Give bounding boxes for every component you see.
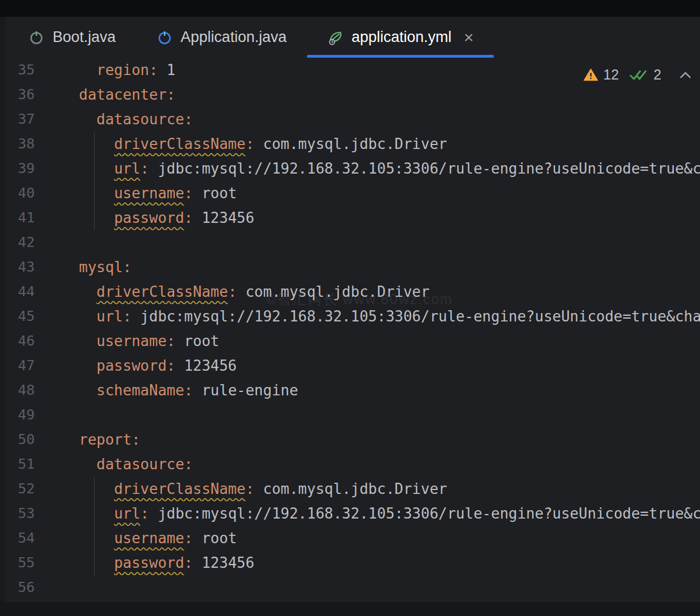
left-panel-edge [0,17,6,602]
ide-window: Boot.java Application.java applicati [0,0,700,616]
indent-guide [94,477,95,501]
chevron-up-icon[interactable] [679,70,692,80]
yaml-colon: : [141,160,150,177]
line-number: 36 [6,82,50,107]
yaml-key: password [114,209,184,226]
spring-boot-class-icon [28,29,45,46]
code-line[interactable]: 48 schemaName: rule-engine [6,378,700,403]
line-number: 50 [6,427,50,452]
yaml-colon: : [184,185,193,202]
yaml-value: root [175,333,219,349]
line-number: 56 [6,575,50,600]
yaml-value: 123456 [175,357,237,374]
line-text: report: [50,427,700,452]
line-number: 35 [6,58,50,82]
yaml-key: url [96,308,123,325]
line-text: username: root [50,329,700,353]
yaml-colon: : [228,283,237,300]
line-number: 43 [6,255,50,279]
yaml-colon: : [245,136,254,152]
code-line[interactable]: 47 password: 123456 [6,353,700,378]
line-text: datasource: [50,452,700,477]
line-text [50,575,700,600]
tab-application-yml[interactable]: application.yml × [307,17,494,58]
close-tab-icon[interactable]: × [464,29,474,46]
warning-triangle-icon[interactable] [584,68,598,81]
yaml-key: mysql [79,259,123,276]
indent-guide [94,156,95,181]
yaml-key: url [114,505,141,522]
yaml-colon: : [184,530,193,547]
yaml-colon: : [123,308,132,325]
tab-label: application.yml [352,29,452,46]
line-text: password: 123456 [50,550,700,575]
yaml-colon: : [184,382,193,399]
code-line[interactable]: 55 password: 123456 [6,550,700,575]
code-line[interactable]: 40 username: root [6,181,700,206]
yaml-colon: : [167,333,176,349]
yaml-key: url [114,160,141,177]
code-line[interactable]: 38 driverClassName: com.mysql.jdbc.Drive… [6,132,700,156]
line-text: password: 123456 [50,206,700,230]
spring-config-leaf-icon [327,29,344,46]
line-number: 47 [6,353,50,378]
code-line[interactable]: 39 url: jdbc:mysql://192.168.32.105:3306… [6,156,700,181]
code-line[interactable]: 45 url: jdbc:mysql://192.168.32.105:3306… [6,304,700,329]
tab-label: Boot.java [53,29,116,46]
inspection-widget[interactable]: 12 2 [584,67,692,83]
yaml-value: root [193,185,237,202]
indent-guide [94,181,95,206]
yaml-colon: : [149,62,158,78]
code-line[interactable]: 49 [6,403,700,427]
line-text: schemaName: rule-engine [50,378,700,403]
yaml-colon: : [167,86,176,103]
tab-application-java[interactable]: Application.java [136,17,307,58]
yaml-value: 1 [158,62,175,78]
code-line[interactable]: 46 username: root [6,329,700,353]
line-number: 49 [6,403,50,427]
code-line[interactable]: 43mysql: [6,255,700,279]
yaml-key: schemaName [96,382,184,399]
line-number: 51 [6,452,50,477]
yaml-value: 123456 [193,554,255,571]
window-titlebar [0,0,700,17]
yaml-colon: : [184,111,193,128]
code-line[interactable]: 54 username: root [6,526,700,550]
code-line[interactable]: 41 password: 123456 [6,206,700,230]
warning-count: 12 [603,67,619,83]
code-line[interactable]: 36datacenter: [6,82,700,107]
bottom-bar [0,602,700,616]
spring-application-class-icon [156,29,173,46]
line-number: 53 [6,501,50,526]
code-line[interactable]: 56 [6,575,700,600]
tab-boot-java[interactable]: Boot.java [8,17,136,58]
line-number: 40 [6,181,50,206]
tab-label: Application.java [181,29,287,46]
yaml-colon: : [141,505,150,522]
code-line[interactable]: 44 driverClassName: com.mysql.jdbc.Drive… [6,279,700,304]
yaml-value: jdbc:mysql://192.168.32.105:3306/rule-en… [132,308,700,325]
yaml-key: username [96,333,166,349]
code-line[interactable]: 53 url: jdbc:mysql://192.168.32.105:3306… [6,501,700,526]
yaml-key: datasource [96,456,184,473]
double-check-icon[interactable] [629,69,648,81]
yaml-value: root [193,530,237,547]
line-number: 45 [6,304,50,329]
yaml-value: jdbc:mysql://192.168.32.105:3306/rule-en… [149,160,700,177]
line-number: 55 [6,550,50,575]
code-line[interactable]: 51 datasource: [6,452,700,477]
code-line[interactable]: 37 datasource: [6,107,700,132]
code-line[interactable]: 42 [6,230,700,255]
code-editor[interactable]: 12 2 ©智汇网长 www.80wz.com 35 region: 136da… [6,58,700,602]
yaml-value: com.mysql.jdbc.Driver [237,283,430,300]
code-line[interactable]: 50report: [6,427,700,452]
yaml-key: username [114,185,184,202]
indent-guide [94,550,95,575]
yaml-colon: : [184,554,193,571]
indent-guide [94,206,95,230]
code-line[interactable]: 52 driverClassName: com.mysql.jdbc.Drive… [6,477,700,501]
yaml-value: rule-engine [193,382,298,399]
line-text: password: 123456 [50,353,700,378]
yaml-key: driverClassName [96,283,228,300]
line-text: driverClassName: com.mysql.jdbc.Driver [50,279,700,304]
